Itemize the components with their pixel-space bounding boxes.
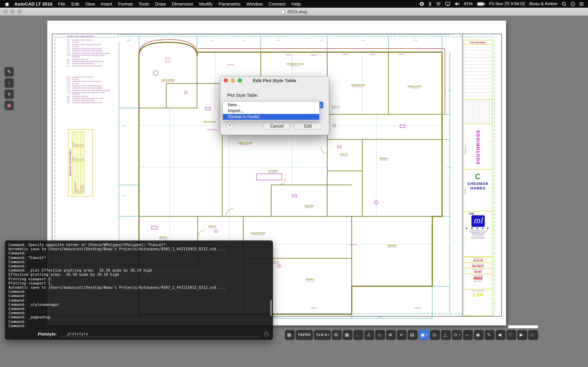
layout-preview-button[interactable]: □	[506, 330, 516, 340]
builder-label: BUILDER:	[464, 184, 466, 198]
selection-cycling-button[interactable]: ▣▾	[419, 330, 429, 340]
notification-center-icon[interactable]	[579, 2, 584, 6]
menu-view[interactable]: View	[85, 1, 95, 7]
window-minimize-button[interactable]	[10, 9, 15, 14]
grid-display-button[interactable]: ▦	[343, 330, 353, 340]
airplay-icon[interactable]	[445, 2, 450, 6]
menu-format[interactable]: Format	[118, 1, 132, 7]
menu-help[interactable]: Help	[292, 1, 301, 7]
command-line: Command: _stylesmanager	[9, 302, 268, 307]
dialog-close-button[interactable]	[224, 78, 228, 83]
MSTR BATH: MSTR BATH	[204, 121, 216, 123]
bluetooth-icon[interactable]	[428, 1, 431, 6]
menu-clock[interactable]: Fri Nov 25 9:56:02	[489, 1, 525, 6]
zoom-tool-button[interactable]: ◉	[474, 330, 484, 340]
toc-entry: 2.1 ANOT USED	[67, 46, 112, 48]
floor-layout-dropdown[interactable]: FLR A▾	[314, 330, 331, 340]
menu-file[interactable]: File	[58, 1, 65, 7]
footages-col-masonry: W/ MAS.	[72, 132, 74, 147]
notes-text-block	[464, 100, 492, 124]
annotation-visibility-button[interactable]: ◎	[430, 330, 440, 340]
UTILITY: UTILITYHSF10' CLG	[340, 153, 348, 157]
toc-list-b: 1.0 BELEVATION B: FIRST FLOOR PLAN1.1 BN…	[67, 76, 112, 104]
lineweight-button[interactable]: ≡	[397, 330, 407, 340]
dialog-zoom-button[interactable]	[238, 78, 242, 83]
BATH-5: BATH-5HSF10' CLG	[332, 106, 339, 109]
menu-modify[interactable]: Modify	[199, 1, 213, 7]
paper-model-toggle[interactable]: PAPER	[296, 330, 313, 340]
menu-draw[interactable]: Draw	[155, 1, 166, 7]
menu-item-new[interactable]: New...	[223, 102, 319, 108]
chesmar-logo-icon	[475, 174, 481, 179]
FAMILY ROOM: FAMILY ROOMOPT POP-UP CLG	[238, 142, 252, 145]
menu-window[interactable]: Window	[246, 1, 263, 7]
toc-title: TABLE OF CONTENTS	[67, 35, 112, 38]
plan-annotation: (10' CLG)	[165, 58, 171, 59]
command-help-button[interactable]: ?	[264, 332, 269, 337]
annotation-autoscale-button[interactable]: △	[441, 330, 451, 340]
window-zoom-button[interactable]	[17, 9, 22, 14]
command-scrollbar-thumb[interactable]	[270, 300, 272, 316]
reference-palette-button[interactable]: ▣	[5, 101, 14, 110]
command-line-window[interactable]: Command: Specify opposite corner or [Fen…	[5, 241, 273, 340]
spotlight-icon[interactable]	[562, 1, 566, 6]
layers-palette-button[interactable]: ≡	[5, 90, 14, 99]
menu-extra-app-icon[interactable]	[419, 1, 424, 6]
menu-connect[interactable]: Connect	[269, 1, 285, 7]
ml-group-logo-icon: ml	[471, 215, 484, 227]
menu-insert[interactable]: Insert	[101, 1, 112, 7]
toc-entry: 1.0 BELEVATION B: FIRST FLOOR PLAN	[67, 76, 112, 78]
window-title: 4503.dwg	[287, 9, 307, 14]
siri-icon[interactable]	[571, 1, 575, 6]
next-view-button[interactable]: ▶	[517, 330, 527, 340]
snap-mode-button[interactable]: ⊞	[332, 330, 342, 340]
footages-row: Porch184187	[78, 132, 80, 194]
markup-tool-button[interactable]: ✎	[484, 330, 494, 340]
command-line: Command:	[9, 324, 268, 328]
edit-plot-style-dialog: Edit Plot Style Table Plot Style Table: …	[220, 76, 329, 135]
plan-annotation: 5'-1/2"	[127, 39, 130, 41]
desktop: AutoCAD LT 2016 FileEditViewInsertFormat…	[0, 0, 588, 367]
menu-tools[interactable]: Tools	[138, 1, 149, 7]
plan-number-row: PLAN NUMBER 4503 ASTANA	[464, 274, 492, 289]
object-snap-button[interactable]: ◇	[375, 330, 385, 340]
wifi-icon[interactable]	[436, 2, 441, 6]
polar-tracking-button[interactable]: ∠	[364, 330, 374, 340]
menu-dimension[interactable]: Dimension	[172, 1, 193, 7]
ortho-mode-button[interactable]: ∟	[354, 330, 363, 340]
command-input[interactable]: _plotstyle	[60, 331, 261, 337]
volume-icon[interactable]	[454, 2, 460, 6]
revisions-title: REVISIONS	[464, 40, 492, 45]
dialog-help-button[interactable]: ?	[226, 122, 233, 129]
menu-item-reveal-in-finder[interactable]: Reveal in Finder	[223, 114, 319, 120]
toc-entry: 3.0 AELEVATION A: AT FRONT AND REAR ELEV…	[67, 48, 112, 50]
menu-parametric[interactable]: Parametric	[219, 1, 241, 7]
plot-style-table-label: Plot Style Table:	[227, 93, 259, 98]
info-palette-button[interactable]: i	[5, 78, 14, 87]
issue-date-row: ISSUE DATE 10-12-16	[464, 257, 492, 262]
snap-tracking-button[interactable]: ⊕	[386, 330, 396, 340]
project-no-row: PROJECT NO. 16-202	[464, 268, 492, 274]
grid-tool-button[interactable]: ▦	[285, 330, 295, 340]
screen-toggle-button[interactable]: ⌂	[528, 330, 538, 340]
dialog-minimize-button[interactable]	[231, 78, 235, 83]
menu-item-import[interactable]: Import...	[223, 108, 319, 114]
plan-annotation: 8'-4"	[448, 247, 450, 249]
app-menu[interactable]: AutoCAD LT 2016	[14, 1, 52, 7]
edit-button[interactable]: Edit	[294, 123, 322, 129]
battery-icon[interactable]	[477, 2, 485, 6]
plan-annotation: 3050 SH	[286, 54, 291, 56]
prev-view-button[interactable]: ◀	[495, 330, 505, 340]
apple-menu-icon[interactable]	[4, 1, 9, 7]
toc-entry: 6.1 BELEVATION B: MEDIA ROOM & BEDROOM O…	[67, 102, 112, 104]
description-label: DESCRIPTION:	[464, 141, 466, 154]
transparency-button[interactable]: ▤	[408, 330, 418, 340]
menu-edit[interactable]: Edit	[71, 1, 79, 7]
window-close-button[interactable]	[3, 9, 8, 14]
GARAGE: GARAGECONC10' CLG	[388, 244, 397, 248]
markup-palette-button[interactable]: ✎	[5, 67, 14, 76]
pan-tool-button[interactable]: ⇔	[463, 330, 473, 340]
cancel-button[interactable]: Cancel	[264, 123, 290, 129]
annotation-scale-dropdown[interactable]: ⊙▾	[452, 330, 462, 340]
user-menu[interactable]: Beau & Amber	[529, 1, 558, 6]
